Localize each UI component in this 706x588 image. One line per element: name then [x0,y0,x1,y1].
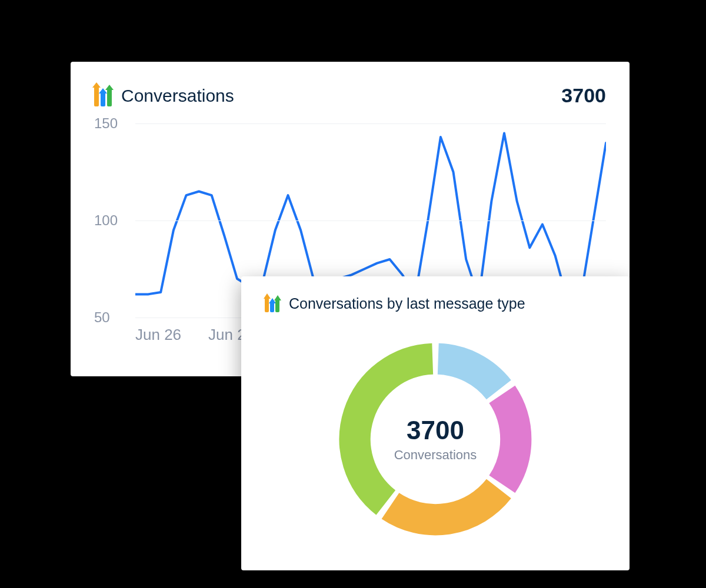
bars-arrow-up-icon [94,85,112,106]
donut-segment [502,395,515,485]
x-tick: Jun 2 [208,326,246,344]
card-title: Conversations by last message type [289,295,525,312]
y-tick: 100 [94,212,129,229]
donut-segment [391,489,499,520]
donut-center: 3700 Conversations [394,416,477,463]
x-tick: Jun 26 [135,326,181,344]
donut-segment [438,359,499,389]
card-header: Conversations by last message type [265,295,606,312]
card-title: Conversations [121,86,234,106]
donut-center-label: Conversations [394,447,477,463]
y-tick: 50 [94,309,129,326]
grid-line [135,220,606,221]
conversations-donut-card: Conversations by last message type 3700 … [241,276,630,570]
bars-arrow-up-icon [265,296,279,312]
donut-wrap: 3700 Conversations [324,328,547,551]
grid-line [135,123,606,124]
card-metric: 3700 [561,84,606,107]
donut-center-value: 3700 [394,416,477,445]
y-tick: 150 [94,115,129,132]
card-header: Conversations 3700 [94,84,606,107]
